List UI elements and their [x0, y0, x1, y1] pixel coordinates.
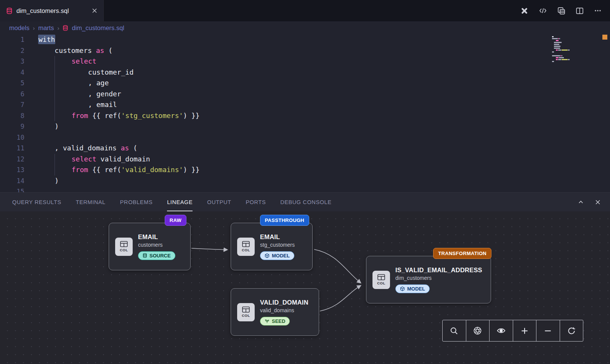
line-number: 11 [0, 143, 24, 154]
node-title: EMAIL [260, 233, 280, 241]
zoom-in-button[interactable] [513, 320, 537, 341]
node-title: EMAIL [138, 233, 158, 241]
column-icon-label: COL [120, 248, 128, 252]
line-number: 10 [0, 132, 24, 143]
node-subtitle: customers [138, 242, 163, 248]
close-panel-icon[interactable] [595, 199, 601, 205]
badge-source: SOURCE [138, 251, 175, 260]
line-number: 15 [0, 186, 24, 192]
search-button[interactable] [443, 320, 466, 341]
visibility-button[interactable] [490, 320, 513, 341]
panel-tab-problems[interactable]: PROBLEMS [120, 193, 152, 211]
line-number: 9 [0, 121, 24, 132]
column-icon-label: COL [377, 281, 385, 285]
breadcrumb: models › marts › dim_customers.sql [0, 21, 610, 34]
lineage-node-customers[interactable]: RAW COL EMAIL customers SOURCE [109, 223, 191, 270]
line-number: 8 [0, 110, 24, 121]
breadcrumb-marts[interactable]: marts [38, 24, 54, 32]
refresh-button[interactable] [560, 320, 583, 341]
tag-raw: RAW [165, 215, 186, 226]
line-number: 13 [0, 164, 24, 176]
panel-actions [578, 199, 610, 205]
zoom-out-button[interactable] [536, 320, 560, 341]
column-icon: COL [237, 238, 255, 256]
database-file-icon [6, 8, 13, 14]
column-icon: COL [372, 271, 390, 289]
lineage-toolbar [442, 320, 583, 342]
code-line: 4 customer_id [0, 67, 610, 78]
query-results-icon[interactable] [557, 7, 565, 15]
code-line: 6 , gender [0, 89, 610, 100]
editor-actions [520, 0, 610, 21]
code-line: 3 select [0, 56, 610, 67]
column-icon-label: COL [242, 248, 250, 252]
panel-tab-query-results[interactable]: QUERY RESULTS [12, 193, 61, 211]
code-lines: 1with2 customers as (3 select4 customer_… [0, 34, 610, 192]
code-line: 14 ) [0, 176, 610, 187]
line-number: 12 [0, 154, 24, 165]
editor-tab-bar: dim_customers.sql [0, 0, 610, 21]
line-number: 6 [0, 89, 24, 100]
node-title: VALID_DOMAIN [260, 299, 308, 306]
panel-tab-output[interactable]: OUTPUT [207, 193, 231, 211]
tab-close-icon[interactable] [92, 8, 97, 13]
line-number: 4 [0, 67, 24, 78]
code-line: 10 [0, 132, 610, 143]
breadcrumb-file[interactable]: dim_customers.sql [72, 24, 124, 32]
node-subtitle: valid_domains [260, 307, 294, 313]
lineage-node-valid-domains[interactable]: COL VALID_DOMAIN valid_domains SEED [231, 288, 319, 336]
code-line: 2 customers as ( [0, 45, 610, 56]
line-number: 1 [0, 34, 24, 45]
badge-seed: SEED [260, 317, 290, 326]
line-number: 2 [0, 45, 24, 56]
node-title: IS_VALID_EMAIL_ADDRESS [395, 267, 482, 274]
code-line: 9 ) [0, 121, 610, 132]
badge-model: MODEL [260, 251, 294, 260]
panel-tab-debug-console[interactable]: DEBUG CONSOLE [280, 193, 331, 211]
column-icon-label: COL [242, 313, 250, 318]
scrollbar-change-marker [602, 35, 607, 40]
code-line: 11 , valid_domains as ( [0, 143, 610, 154]
code-editor[interactable]: 1with2 customers as (3 select4 customer_… [0, 34, 610, 192]
breadcrumb-separator: › [33, 25, 35, 31]
lineage-node-dim-customers[interactable]: TRANSFORMATION COL IS_VALID_EMAIL_ADDRES… [366, 256, 491, 303]
code-line: 5 , age [0, 78, 610, 89]
breadcrumb-models[interactable]: models [9, 24, 29, 32]
vscode-window: dim_customers.sql [0, 0, 610, 364]
panel-tab-terminal[interactable]: TERMINAL [76, 193, 106, 211]
panel-tab-lineage[interactable]: LINEAGE [167, 193, 193, 211]
breadcrumb-separator: › [57, 25, 59, 31]
aperture-button[interactable] [466, 320, 490, 341]
line-number: 7 [0, 99, 24, 110]
column-icon: COL [115, 238, 133, 256]
line-number: 14 [0, 176, 24, 187]
split-editor-icon[interactable] [576, 7, 584, 15]
compile-code-icon[interactable] [539, 7, 547, 14]
panel-tab-bar: QUERY RESULTSTERMINALPROBLEMSLINEAGEOUTP… [0, 192, 610, 211]
code-line: 15 [0, 186, 610, 192]
database-file-icon [63, 25, 68, 31]
code-line: 7 , email [0, 99, 610, 110]
panel-tabs: QUERY RESULTSTERMINALPROBLEMSLINEAGEOUTP… [12, 193, 346, 211]
dbt-icon[interactable] [520, 7, 528, 15]
lineage-node-stg-customers[interactable]: PASSTHROUGH COL EMAIL stg_customers MODE… [231, 223, 313, 270]
badge-model: MODEL [395, 284, 430, 293]
node-subtitle: stg_customers [260, 242, 295, 248]
tab-title: dim_customers.sql [16, 7, 88, 14]
node-subtitle: dim_customers [395, 275, 432, 281]
code-line: 1with [0, 34, 610, 45]
tab-dim-customers-sql[interactable]: dim_customers.sql [0, 0, 104, 21]
line-number: 3 [0, 56, 24, 67]
panel-tab-ports[interactable]: PORTS [246, 193, 266, 211]
more-actions-icon[interactable] [594, 7, 602, 14]
line-number: 5 [0, 78, 24, 89]
code-line: 8 from {{ ref('stg_customers') }} [0, 110, 610, 121]
column-icon: COL [237, 303, 255, 321]
lineage-canvas[interactable]: RAW COL EMAIL customers SOURCE [0, 211, 610, 364]
collapse-panel-icon[interactable] [578, 199, 584, 205]
tag-passthrough: PASSTHROUGH [260, 215, 309, 226]
tag-transformation: TRANSFORMATION [433, 248, 491, 259]
code-line: 13 from {{ ref('valid_domains') }} [0, 164, 610, 176]
code-line: 12 select valid_domain [0, 154, 610, 165]
minimap[interactable] [552, 36, 595, 65]
